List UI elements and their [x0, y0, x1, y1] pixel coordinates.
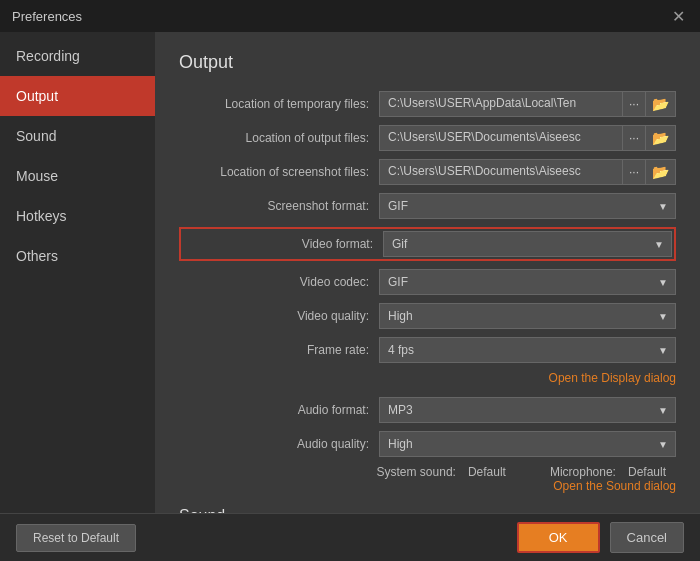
- screenshot-files-row: Location of screenshot files: C:\Users\U…: [179, 159, 676, 185]
- microphone-value: Default: [628, 465, 666, 479]
- video-quality-wrapper: High ▼: [379, 303, 676, 329]
- video-format-select[interactable]: Gif: [383, 231, 672, 257]
- open-display-dialog-link[interactable]: Open the Display dialog: [549, 371, 676, 385]
- system-sound-label: System sound:: [377, 465, 456, 479]
- video-codec-select[interactable]: GIF: [379, 269, 676, 295]
- microphone-label: Microphone:: [550, 465, 616, 479]
- screenshot-files-dots-button[interactable]: ···: [623, 159, 646, 185]
- output-files-value[interactable]: C:\Users\USER\Documents\Aiseesc: [379, 125, 623, 151]
- output-section-title: Output: [179, 52, 676, 73]
- main-content: Recording Output Sound Mouse Hotkeys Oth…: [0, 32, 700, 513]
- video-codec-wrapper: GIF ▼: [379, 269, 676, 295]
- temp-files-dots-button[interactable]: ···: [623, 91, 646, 117]
- video-quality-label: Video quality:: [179, 309, 379, 323]
- frame-rate-select[interactable]: 4 fps: [379, 337, 676, 363]
- screenshot-format-row: Screenshot format: GIF ▼: [179, 193, 676, 219]
- footer-right: OK Cancel: [517, 522, 684, 553]
- frame-rate-wrapper: 4 fps ▼: [379, 337, 676, 363]
- open-display-dialog-row: Open the Display dialog: [179, 371, 676, 385]
- output-files-label: Location of output files:: [179, 131, 379, 145]
- sidebar-item-mouse[interactable]: Mouse: [0, 156, 155, 196]
- close-button[interactable]: ✕: [668, 6, 688, 26]
- frame-rate-label: Frame rate:: [179, 343, 379, 357]
- video-codec-label: Video codec:: [179, 275, 379, 289]
- screenshot-format-wrapper: GIF ▼: [379, 193, 676, 219]
- title-bar: Preferences ✕: [0, 0, 700, 32]
- content-area: Output Location of temporary files: C:\U…: [155, 32, 700, 513]
- audio-format-label: Audio format:: [179, 403, 379, 417]
- video-codec-row: Video codec: GIF ▼: [179, 269, 676, 295]
- temp-files-folder-button[interactable]: 📂: [646, 91, 676, 117]
- reset-to-default-button[interactable]: Reset to Default: [16, 524, 136, 552]
- screenshot-files-label: Location of screenshot files:: [179, 165, 379, 179]
- screenshot-files-input-group: C:\Users\USER\Documents\Aiseesc ··· 📂: [379, 159, 676, 185]
- audio-section: Audio format: MP3 ▼ Audio quality: High: [179, 397, 676, 493]
- screenshot-files-folder-button[interactable]: 📂: [646, 159, 676, 185]
- video-format-wrapper: Gif ▼: [383, 231, 672, 257]
- window-title: Preferences: [12, 9, 82, 24]
- system-microphone-row: System sound: Default Microphone: Defaul…: [179, 465, 676, 479]
- screenshot-format-select[interactable]: GIF: [379, 193, 676, 219]
- screenshot-format-label: Screenshot format:: [179, 199, 379, 213]
- open-sound-dialog-link[interactable]: Open the Sound dialog: [553, 479, 676, 493]
- video-quality-select[interactable]: High: [379, 303, 676, 329]
- video-quality-row: Video quality: High ▼: [179, 303, 676, 329]
- audio-quality-wrapper: High ▼: [379, 431, 676, 457]
- video-format-label: Video format:: [183, 237, 383, 251]
- audio-format-row: Audio format: MP3 ▼: [179, 397, 676, 423]
- audio-format-select[interactable]: MP3: [379, 397, 676, 423]
- ok-button[interactable]: OK: [517, 522, 600, 553]
- video-format-highlighted-row: Video format: Gif ▼: [179, 227, 676, 261]
- open-sound-dialog-row: Open the Sound dialog: [179, 479, 676, 493]
- folder-icon: 📂: [652, 96, 669, 112]
- audio-quality-select[interactable]: High: [379, 431, 676, 457]
- footer: Reset to Default OK Cancel: [0, 513, 700, 561]
- audio-quality-row: Audio quality: High ▼: [179, 431, 676, 457]
- temp-files-input-group: C:\Users\USER\AppData\Local\Ten ··· 📂: [379, 91, 676, 117]
- video-format-inner: Video format: Gif ▼: [183, 231, 672, 257]
- frame-rate-row: Frame rate: 4 fps ▼: [179, 337, 676, 363]
- system-sound-value: Default: [468, 465, 506, 479]
- sidebar: Recording Output Sound Mouse Hotkeys Oth…: [0, 32, 155, 513]
- output-files-dots-button[interactable]: ···: [623, 125, 646, 151]
- cancel-button[interactable]: Cancel: [610, 522, 684, 553]
- folder-icon: 📂: [652, 130, 669, 146]
- output-files-input-group: C:\Users\USER\Documents\Aiseesc ··· 📂: [379, 125, 676, 151]
- preferences-window: Preferences ✕ Recording Output Sound Mou…: [0, 0, 700, 561]
- sidebar-item-hotkeys[interactable]: Hotkeys: [0, 196, 155, 236]
- sidebar-item-recording[interactable]: Recording: [0, 36, 155, 76]
- audio-format-wrapper: MP3 ▼: [379, 397, 676, 423]
- temp-files-value[interactable]: C:\Users\USER\AppData\Local\Ten: [379, 91, 623, 117]
- screenshot-files-value[interactable]: C:\Users\USER\Documents\Aiseesc: [379, 159, 623, 185]
- sidebar-item-sound[interactable]: Sound: [0, 116, 155, 156]
- sidebar-item-output[interactable]: Output: [0, 76, 155, 116]
- temp-files-row: Location of temporary files: C:\Users\US…: [179, 91, 676, 117]
- output-files-folder-button[interactable]: 📂: [646, 125, 676, 151]
- folder-icon: 📂: [652, 164, 669, 180]
- output-files-row: Location of output files: C:\Users\USER\…: [179, 125, 676, 151]
- audio-quality-label: Audio quality:: [179, 437, 379, 451]
- sidebar-item-others[interactable]: Others: [0, 236, 155, 276]
- temp-files-label: Location of temporary files:: [179, 97, 379, 111]
